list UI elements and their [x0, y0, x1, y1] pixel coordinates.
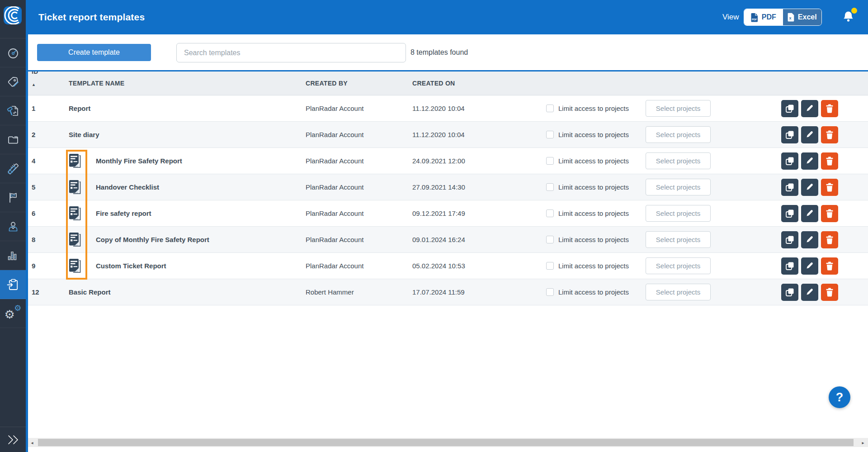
limit-access-cell: Limit access to projects: [546, 253, 646, 279]
edit-template-button[interactable]: [801, 100, 818, 117]
limit-access-checkbox[interactable]: [546, 131, 554, 138]
column-header-id[interactable]: ID ▲: [28, 71, 66, 95]
sidebar-item-settings[interactable]: ⚙ ⚙: [0, 299, 26, 328]
delete-template-button[interactable]: [821, 205, 838, 222]
delete-template-button[interactable]: [821, 284, 838, 301]
select-projects-button[interactable]: Select projects: [646, 152, 711, 169]
limit-access-checkbox[interactable]: [546, 157, 554, 165]
help-button[interactable]: ?: [829, 386, 850, 408]
created-by: PlanRadar Account: [306, 95, 412, 121]
delete-template-button[interactable]: [821, 152, 838, 170]
delete-template-button[interactable]: [821, 100, 838, 117]
pdf-label: PDF: [762, 13, 776, 21]
horizontal-scrollbar[interactable]: ◂ ▸: [28, 438, 868, 447]
sidebar-item-report-templates[interactable]: [0, 270, 26, 299]
limit-access-cell: Limit access to projects: [546, 227, 646, 252]
select-projects-cell: Select projects: [646, 227, 781, 252]
created-by: PlanRadar Account: [306, 148, 412, 174]
limit-access-label: Limit access to projects: [558, 262, 629, 270]
planradar-logo[interactable]: [4, 6, 22, 24]
table-row: 5 Handover Checklist PlanRadar Account 2…: [28, 174, 868, 200]
search-templates-input[interactable]: [176, 43, 406, 62]
scroll-left-arrow[interactable]: ◂: [28, 438, 36, 447]
created-by: PlanRadar Account: [306, 122, 412, 147]
limit-access-checkbox[interactable]: [546, 288, 554, 296]
gauge-icon: [7, 47, 19, 59]
select-projects-button[interactable]: Select projects: [646, 231, 711, 248]
duplicate-template-button[interactable]: [781, 205, 798, 222]
sidebar-item-plans[interactable]: [0, 154, 26, 183]
sidebar-accent-divider: [26, 0, 28, 452]
template-name: Basic Report: [69, 288, 111, 296]
sidebar-item-flags[interactable]: [0, 183, 26, 212]
limit-access-checkbox[interactable]: [546, 209, 554, 217]
page-title: Ticket report templates: [38, 0, 145, 34]
clipboard-arrow-icon: [6, 277, 20, 292]
limit-access-checkbox[interactable]: [546, 105, 554, 112]
table-row: 8 Copy of Monthly Fire Safety Report Pla…: [28, 227, 868, 253]
duplicate-template-button[interactable]: [781, 284, 798, 301]
pencil-icon: [806, 183, 814, 191]
edit-template-button[interactable]: [801, 179, 818, 196]
toolbar: Create template 8 templates found: [28, 34, 868, 70]
duplicate-template-button[interactable]: [781, 100, 798, 117]
duplicate-template-button[interactable]: [781, 126, 798, 143]
table-row: 1 Report PlanRadar Account 11.12.2020 10…: [28, 95, 868, 122]
sidebar-item-tags[interactable]: [0, 67, 26, 96]
duplicate-template-button[interactable]: [781, 257, 798, 275]
scroll-right-arrow[interactable]: ▸: [859, 438, 867, 447]
row-id: 6: [28, 200, 66, 226]
edit-template-button[interactable]: [801, 231, 818, 248]
select-projects-button[interactable]: Select projects: [646, 205, 711, 222]
limit-access-checkbox[interactable]: [546, 262, 554, 270]
create-template-button[interactable]: Create template: [37, 44, 151, 61]
limit-access-checkbox[interactable]: [546, 183, 554, 191]
row-actions: [781, 253, 868, 279]
select-projects-button[interactable]: Select projects: [646, 126, 711, 143]
edit-template-button[interactable]: [801, 257, 818, 275]
created-by: PlanRadar Account: [306, 227, 412, 252]
created-on: 27.09.2021 14:30: [412, 174, 546, 200]
delete-template-button[interactable]: [821, 257, 838, 275]
scrollbar-thumb[interactable]: [38, 439, 854, 446]
view-pdf-button[interactable]: PDF PDF: [744, 9, 783, 25]
trash-icon: [826, 130, 834, 139]
column-header-created-by[interactable]: CREATED BY: [306, 71, 412, 95]
column-header-template-name[interactable]: TEMPLATE NAME: [66, 71, 306, 95]
duplicate-icon: [785, 235, 794, 244]
select-projects-button[interactable]: Select projects: [646, 284, 711, 300]
select-projects-button[interactable]: Select projects: [646, 179, 711, 195]
duplicate-template-button[interactable]: [781, 231, 798, 248]
sidebar-item-tickets[interactable]: [0, 96, 26, 125]
duplicate-template-button[interactable]: [781, 152, 798, 170]
table-row: 9 Custom Ticket Report PlanRadar Account…: [28, 253, 868, 279]
created-on: 09.01.2024 16:24: [412, 227, 546, 252]
edit-template-button[interactable]: [801, 126, 818, 143]
app-window: ⚙ ⚙ Ticket report templates View PDF PDF: [0, 0, 868, 452]
sidebar-item-dashboard[interactable]: [0, 38, 26, 67]
edit-template-button[interactable]: [801, 205, 818, 222]
sidebar-item-projects[interactable]: [0, 125, 26, 154]
sidebar-item-users[interactable]: [0, 212, 26, 241]
sidebar-nav: ⚙ ⚙: [0, 38, 26, 328]
delete-template-button[interactable]: [821, 231, 838, 248]
select-projects-button[interactable]: Select projects: [646, 257, 711, 274]
select-projects-cell: Select projects: [646, 148, 781, 174]
view-toggle: PDF PDF x Excel: [744, 9, 822, 26]
delete-template-button[interactable]: [821, 179, 838, 196]
template-name-cell: Monthly Fire Safety Report: [66, 148, 306, 174]
limit-access-checkbox[interactable]: [546, 236, 554, 243]
notifications-button[interactable]: [842, 10, 859, 25]
sidebar-item-statistics[interactable]: [0, 241, 26, 270]
edit-template-button[interactable]: [801, 152, 818, 170]
duplicate-template-button[interactable]: [781, 179, 798, 196]
edit-template-button[interactable]: [801, 284, 818, 301]
delete-template-button[interactable]: [821, 126, 838, 143]
view-label: View: [722, 0, 739, 34]
report-template-icon: [69, 153, 81, 168]
column-header-created-on[interactable]: CREATED ON: [412, 71, 546, 95]
select-projects-cell: Select projects: [646, 122, 781, 147]
view-excel-button[interactable]: x Excel: [783, 9, 822, 25]
select-projects-button[interactable]: Select projects: [646, 100, 711, 117]
sidebar-expand-button[interactable]: [0, 427, 26, 452]
